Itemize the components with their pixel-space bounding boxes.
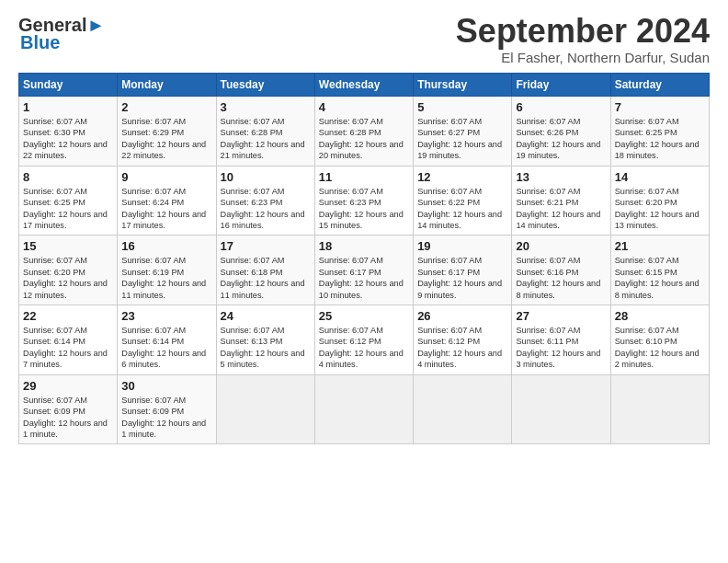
cell-text: Sunrise: 6:07 AMSunset: 6:20 PMDaylight:… bbox=[615, 187, 700, 230]
day-number: 19 bbox=[417, 239, 507, 253]
day-number: 22 bbox=[23, 309, 113, 323]
cell-text: Sunrise: 6:07 AMSunset: 6:23 PMDaylight:… bbox=[221, 187, 305, 230]
cell-text: Sunrise: 6:07 AMSunset: 6:19 PMDaylight:… bbox=[121, 256, 206, 299]
cell-text: Sunrise: 6:07 AMSunset: 6:21 PMDaylight:… bbox=[516, 187, 600, 230]
table-row: 1Sunrise: 6:07 AMSunset: 6:30 PMDaylight… bbox=[19, 97, 118, 167]
col-friday: Friday bbox=[512, 74, 610, 97]
page: General► Blue September 2024 El Fasher, … bbox=[0, 0, 728, 454]
calendar-week-5: 29Sunrise: 6:07 AMSunset: 6:09 PMDayligh… bbox=[19, 374, 710, 444]
cell-text: Sunrise: 6:07 AMSunset: 6:12 PMDaylight:… bbox=[319, 326, 404, 369]
table-row: 21Sunrise: 6:07 AMSunset: 6:15 PMDayligh… bbox=[610, 236, 709, 305]
cell-text: Sunrise: 6:07 AMSunset: 6:12 PMDaylight:… bbox=[417, 326, 502, 369]
table-row: 23Sunrise: 6:07 AMSunset: 6:14 PMDayligh… bbox=[118, 305, 216, 375]
cell-text: Sunrise: 6:07 AMSunset: 6:29 PMDaylight:… bbox=[121, 117, 206, 160]
day-number: 1 bbox=[23, 100, 113, 114]
cell-text: Sunrise: 6:07 AMSunset: 6:28 PMDaylight:… bbox=[319, 117, 404, 160]
day-number: 20 bbox=[516, 239, 606, 253]
logo-line2: Blue bbox=[20, 32, 60, 53]
calendar-week-1: 1Sunrise: 6:07 AMSunset: 6:30 PMDaylight… bbox=[19, 97, 710, 167]
day-number: 28 bbox=[615, 309, 705, 323]
cell-text: Sunrise: 6:07 AMSunset: 6:30 PMDaylight:… bbox=[23, 117, 108, 160]
table-row: 26Sunrise: 6:07 AMSunset: 6:12 PMDayligh… bbox=[414, 305, 512, 375]
cell-text: Sunrise: 6:07 AMSunset: 6:20 PMDaylight:… bbox=[23, 256, 108, 299]
table-row bbox=[314, 374, 413, 444]
calendar-week-3: 15Sunrise: 6:07 AMSunset: 6:20 PMDayligh… bbox=[19, 236, 710, 305]
location-title: El Fasher, Northern Darfur, Sudan bbox=[456, 50, 710, 65]
cell-text: Sunrise: 6:07 AMSunset: 6:28 PMDaylight:… bbox=[221, 117, 305, 160]
table-row: 30Sunrise: 6:07 AMSunset: 6:09 PMDayligh… bbox=[118, 374, 216, 444]
day-number: 3 bbox=[221, 100, 311, 114]
col-thursday: Thursday bbox=[414, 74, 512, 97]
table-row: 12Sunrise: 6:07 AMSunset: 6:22 PMDayligh… bbox=[414, 166, 512, 236]
table-row: 8Sunrise: 6:07 AMSunset: 6:25 PMDaylight… bbox=[19, 166, 118, 236]
day-number: 26 bbox=[417, 309, 507, 323]
col-monday: Monday bbox=[118, 74, 216, 97]
logo: General► Blue bbox=[18, 15, 105, 53]
header: General► Blue September 2024 El Fasher, … bbox=[18, 15, 710, 65]
cell-text: Sunrise: 6:07 AMSunset: 6:10 PMDaylight:… bbox=[615, 326, 700, 369]
table-row: 16Sunrise: 6:07 AMSunset: 6:19 PMDayligh… bbox=[118, 236, 216, 305]
table-row: 29Sunrise: 6:07 AMSunset: 6:09 PMDayligh… bbox=[19, 374, 118, 444]
day-number: 21 bbox=[615, 239, 705, 253]
day-number: 27 bbox=[516, 309, 606, 323]
cell-text: Sunrise: 6:07 AMSunset: 6:14 PMDaylight:… bbox=[121, 326, 206, 369]
table-row: 7Sunrise: 6:07 AMSunset: 6:25 PMDaylight… bbox=[610, 97, 709, 167]
day-number: 5 bbox=[417, 100, 507, 114]
calendar-table: Sunday Monday Tuesday Wednesday Thursday… bbox=[18, 73, 710, 444]
table-row: 27Sunrise: 6:07 AMSunset: 6:11 PMDayligh… bbox=[512, 305, 610, 375]
cell-text: Sunrise: 6:07 AMSunset: 6:22 PMDaylight:… bbox=[417, 187, 502, 230]
table-row: 28Sunrise: 6:07 AMSunset: 6:10 PMDayligh… bbox=[610, 305, 709, 375]
day-number: 30 bbox=[121, 379, 211, 393]
header-row: Sunday Monday Tuesday Wednesday Thursday… bbox=[19, 74, 710, 97]
table-row: 2Sunrise: 6:07 AMSunset: 6:29 PMDaylight… bbox=[118, 97, 216, 167]
table-row: 24Sunrise: 6:07 AMSunset: 6:13 PMDayligh… bbox=[216, 305, 314, 375]
table-row: 11Sunrise: 6:07 AMSunset: 6:23 PMDayligh… bbox=[314, 166, 413, 236]
day-number: 10 bbox=[221, 170, 311, 184]
table-row: 15Sunrise: 6:07 AMSunset: 6:20 PMDayligh… bbox=[19, 236, 118, 305]
table-row: 20Sunrise: 6:07 AMSunset: 6:16 PMDayligh… bbox=[512, 236, 610, 305]
cell-text: Sunrise: 6:07 AMSunset: 6:11 PMDaylight:… bbox=[516, 326, 600, 369]
table-row: 10Sunrise: 6:07 AMSunset: 6:23 PMDayligh… bbox=[216, 166, 314, 236]
day-number: 17 bbox=[221, 239, 311, 253]
title-block: September 2024 El Fasher, Northern Darfu… bbox=[456, 15, 710, 65]
day-number: 25 bbox=[319, 309, 409, 323]
cell-text: Sunrise: 6:07 AMSunset: 6:25 PMDaylight:… bbox=[615, 117, 700, 160]
cell-text: Sunrise: 6:07 AMSunset: 6:14 PMDaylight:… bbox=[23, 326, 108, 369]
day-number: 12 bbox=[417, 170, 507, 184]
cell-text: Sunrise: 6:07 AMSunset: 6:13 PMDaylight:… bbox=[221, 326, 305, 369]
table-row: 3Sunrise: 6:07 AMSunset: 6:28 PMDaylight… bbox=[216, 97, 314, 167]
cell-text: Sunrise: 6:07 AMSunset: 6:16 PMDaylight:… bbox=[516, 256, 600, 299]
table-row: 6Sunrise: 6:07 AMSunset: 6:26 PMDaylight… bbox=[512, 97, 610, 167]
table-row: 18Sunrise: 6:07 AMSunset: 6:17 PMDayligh… bbox=[314, 236, 413, 305]
col-saturday: Saturday bbox=[610, 74, 709, 97]
table-row bbox=[414, 374, 512, 444]
table-row bbox=[610, 374, 709, 444]
day-number: 2 bbox=[121, 100, 211, 114]
table-row: 25Sunrise: 6:07 AMSunset: 6:12 PMDayligh… bbox=[314, 305, 413, 375]
table-row: 19Sunrise: 6:07 AMSunset: 6:17 PMDayligh… bbox=[414, 236, 512, 305]
table-row: 5Sunrise: 6:07 AMSunset: 6:27 PMDaylight… bbox=[414, 97, 512, 167]
col-wednesday: Wednesday bbox=[314, 74, 413, 97]
table-row: 9Sunrise: 6:07 AMSunset: 6:24 PMDaylight… bbox=[118, 166, 216, 236]
day-number: 29 bbox=[23, 379, 113, 393]
table-row: 13Sunrise: 6:07 AMSunset: 6:21 PMDayligh… bbox=[512, 166, 610, 236]
day-number: 24 bbox=[221, 309, 311, 323]
month-title: September 2024 bbox=[456, 15, 710, 48]
day-number: 11 bbox=[319, 170, 409, 184]
day-number: 16 bbox=[121, 239, 211, 253]
cell-text: Sunrise: 6:07 AMSunset: 6:24 PMDaylight:… bbox=[121, 187, 206, 230]
cell-text: Sunrise: 6:07 AMSunset: 6:25 PMDaylight:… bbox=[23, 187, 108, 230]
day-number: 7 bbox=[615, 100, 705, 114]
day-number: 18 bbox=[319, 239, 409, 253]
table-row bbox=[216, 374, 314, 444]
cell-text: Sunrise: 6:07 AMSunset: 6:15 PMDaylight:… bbox=[615, 256, 700, 299]
day-number: 23 bbox=[121, 309, 211, 323]
day-number: 9 bbox=[121, 170, 211, 184]
col-sunday: Sunday bbox=[19, 74, 118, 97]
cell-text: Sunrise: 6:07 AMSunset: 6:18 PMDaylight:… bbox=[221, 256, 305, 299]
cell-text: Sunrise: 6:07 AMSunset: 6:09 PMDaylight:… bbox=[121, 396, 206, 439]
day-number: 15 bbox=[23, 239, 113, 253]
cell-text: Sunrise: 6:07 AMSunset: 6:27 PMDaylight:… bbox=[417, 117, 502, 160]
cell-text: Sunrise: 6:07 AMSunset: 6:17 PMDaylight:… bbox=[319, 256, 404, 299]
day-number: 4 bbox=[319, 100, 409, 114]
